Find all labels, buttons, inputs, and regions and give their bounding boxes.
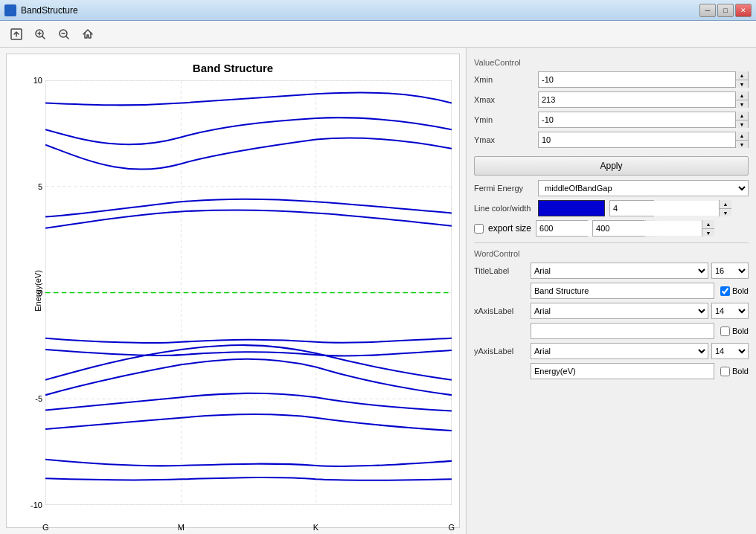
line-color-label: Line color/width — [474, 204, 534, 213]
main-content: Band Structure Energy(eV) — [0, 48, 756, 534]
title-label-label: TitleLabel — [474, 266, 528, 275]
xaxis-text-input[interactable] — [531, 323, 714, 339]
fermi-row: Fermi Energy middleOfBandGap vbm cbm 0 — [474, 180, 749, 196]
xmin-label: Xmin — [474, 75, 534, 84]
maximize-button[interactable]: □ — [717, 4, 734, 17]
yaxis-label-label: yAxisLabel — [474, 347, 528, 356]
minimize-button[interactable]: ─ — [699, 4, 716, 17]
title-bold-label: Bold — [720, 286, 749, 296]
xmin-row: Xmin ▲ ▼ — [474, 71, 749, 88]
xmin-down[interactable]: ▼ — [736, 80, 748, 88]
xmax-input[interactable] — [539, 92, 735, 107]
title-bold-checkbox[interactable] — [720, 286, 730, 296]
x-tick-G2: G — [448, 523, 455, 532]
zoom-in-icon — [33, 28, 47, 41]
export-size-label: export size — [488, 223, 531, 234]
export-h-down[interactable]: ▼ — [702, 228, 714, 237]
band-structure-chart — [45, 80, 452, 505]
export-w-wrapper: ▲ ▼ — [536, 220, 588, 237]
line-width-up[interactable]: ▲ — [720, 200, 731, 208]
xaxis-size-select[interactable]: 14 12 16 — [711, 303, 749, 319]
title-text-row: Bold — [474, 283, 749, 299]
yaxis-size-select[interactable]: 14 12 16 — [711, 343, 749, 359]
ymax-input[interactable] — [539, 132, 735, 147]
ymin-down[interactable]: ▼ — [736, 120, 748, 128]
export-icon — [10, 28, 23, 41]
yaxis-bold-label: Bold — [720, 367, 749, 376]
xmin-input[interactable] — [539, 72, 735, 87]
xmin-up[interactable]: ▲ — [736, 71, 748, 80]
window-controls: ─ □ ✕ — [699, 4, 752, 17]
yaxis-font-select[interactable]: Arial Times New Roman Courier New — [531, 343, 708, 359]
title-size-select[interactable]: 16 14 12 18 — [711, 263, 749, 279]
y-tick-minus10: -10 — [31, 501, 42, 509]
ymax-up[interactable]: ▲ — [736, 132, 748, 140]
section-divider — [474, 242, 749, 243]
line-width-input[interactable] — [610, 201, 719, 216]
title-bar-left: BandStructure — [4, 4, 78, 16]
ymin-input[interactable] — [539, 112, 735, 127]
line-color-swatch[interactable] — [538, 200, 605, 216]
export-h-spinners: ▲ ▼ — [702, 220, 714, 237]
ymax-label: Ymax — [474, 135, 534, 144]
export-h-up[interactable]: ▲ — [702, 220, 714, 228]
value-control-label: ValueControl — [474, 58, 749, 67]
close-button[interactable]: ✕ — [735, 4, 752, 17]
ymin-spinners: ▲ ▼ — [735, 112, 748, 128]
export-row: export size ▲ ▼ ▲ ▼ — [474, 220, 749, 237]
x-tick-M: M — [178, 523, 185, 532]
x-tick-K: K — [313, 523, 318, 532]
y-tick-0: 0 — [38, 289, 42, 297]
ymin-label: Ymin — [474, 115, 534, 124]
xaxis-text-row: Bold — [474, 323, 749, 339]
toolbar — [0, 21, 756, 48]
export-h-wrapper: ▲ ▼ — [592, 220, 644, 237]
xmax-label: Xmax — [474, 95, 534, 104]
y-tick-minus5: -5 — [35, 394, 42, 403]
export-h-input[interactable] — [593, 221, 702, 236]
title-font-row: TitleLabel Arial Times New Roman Courier… — [474, 263, 749, 279]
yaxis-text-input[interactable] — [531, 363, 714, 379]
title-bar: BandStructure ─ □ ✕ — [0, 0, 756, 21]
y-tick-5: 5 — [38, 182, 42, 191]
xmin-spinners: ▲ ▼ — [735, 71, 748, 88]
window-title: BandStructure — [21, 5, 78, 16]
xaxis-label-label: xAxisLabel — [474, 306, 528, 315]
ymax-input-wrapper: ▲ ▼ — [538, 132, 749, 148]
yaxis-font-row: yAxisLabel Arial Times New Roman Courier… — [474, 343, 749, 359]
title-font-select[interactable]: Arial Times New Roman Courier New — [531, 263, 708, 279]
line-width-down[interactable]: ▼ — [720, 208, 731, 216]
value-control-section: ValueControl Xmin ▲ ▼ Xmax ▲ — [474, 58, 749, 237]
xaxis-bold-checkbox[interactable] — [720, 326, 730, 336]
xaxis-font-select[interactable]: Arial Times New Roman Courier New — [531, 303, 708, 319]
app-icon — [4, 4, 16, 16]
ymax-down[interactable]: ▼ — [736, 140, 748, 148]
home-icon — [81, 28, 94, 41]
export-button[interactable] — [6, 25, 27, 44]
zoom-in-button[interactable] — [30, 25, 51, 44]
word-control-section: WordControl TitleLabel Arial Times New R… — [474, 249, 749, 379]
line-color-row: Line color/width ▲ ▼ — [474, 200, 749, 216]
line-width-spinners: ▲ ▼ — [719, 200, 731, 216]
line-width-wrapper: ▲ ▼ — [609, 200, 654, 216]
right-panel: ValueControl Xmin ▲ ▼ Xmax ▲ — [466, 48, 756, 534]
export-checkbox[interactable] — [474, 224, 484, 234]
zoom-out-button[interactable] — [54, 25, 74, 44]
xmin-input-wrapper: ▲ ▼ — [538, 71, 749, 88]
yaxis-text-row: Bold — [474, 363, 749, 379]
xmax-down[interactable]: ▼ — [736, 100, 748, 108]
home-button[interactable] — [77, 25, 98, 44]
xaxis-bold-label: Bold — [720, 326, 749, 336]
title-text-input[interactable] — [531, 283, 714, 299]
ymin-row: Ymin ▲ ▼ — [474, 112, 749, 128]
y-tick-10: 10 — [33, 76, 42, 85]
xmax-up[interactable]: ▲ — [736, 91, 748, 100]
fermi-select[interactable]: middleOfBandGap vbm cbm 0 — [538, 180, 749, 196]
x-tick-G1: G — [42, 523, 49, 532]
apply-button[interactable]: Apply — [474, 156, 749, 176]
plot-area: Band Structure Energy(eV) — [6, 54, 460, 528]
ymin-up[interactable]: ▲ — [736, 112, 748, 120]
xmax-input-wrapper: ▲ ▼ — [538, 91, 749, 108]
yaxis-bold-checkbox[interactable] — [720, 367, 730, 376]
ymax-spinners: ▲ ▼ — [735, 132, 748, 148]
